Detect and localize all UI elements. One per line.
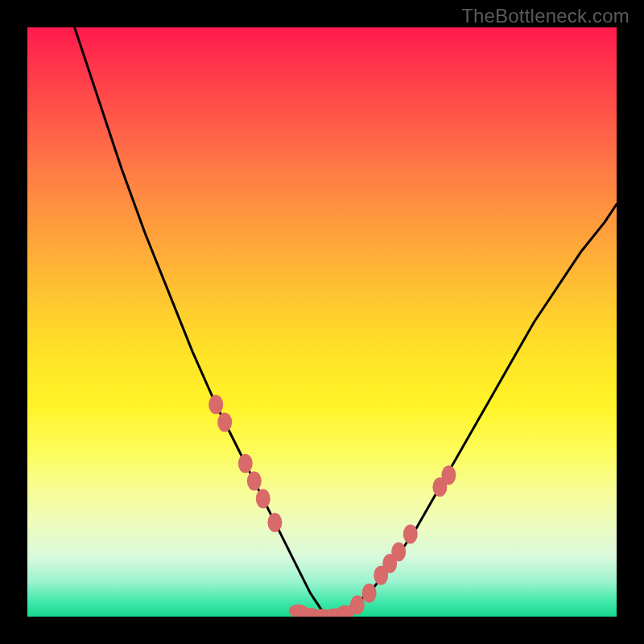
watermark-text: TheBottleneck.com — [461, 5, 630, 27]
svg-point-5 — [267, 513, 282, 532]
markers-left — [208, 395, 282, 532]
svg-point-13 — [441, 465, 456, 485]
plot-area — [27, 27, 617, 617]
markers-bottom — [289, 605, 356, 617]
svg-point-11 — [403, 525, 418, 544]
chart-stage: TheBottleneck.com — [0, 0, 644, 644]
svg-point-3 — [247, 472, 262, 491]
bottleneck-curve — [75, 27, 617, 617]
svg-point-2 — [238, 454, 253, 473]
markers-right — [350, 465, 456, 614]
svg-point-1 — [217, 412, 232, 431]
svg-point-7 — [362, 584, 377, 603]
svg-point-4 — [256, 489, 270, 509]
curve-svg — [27, 27, 617, 617]
svg-point-0 — [208, 395, 223, 415]
svg-point-10 — [391, 543, 406, 562]
